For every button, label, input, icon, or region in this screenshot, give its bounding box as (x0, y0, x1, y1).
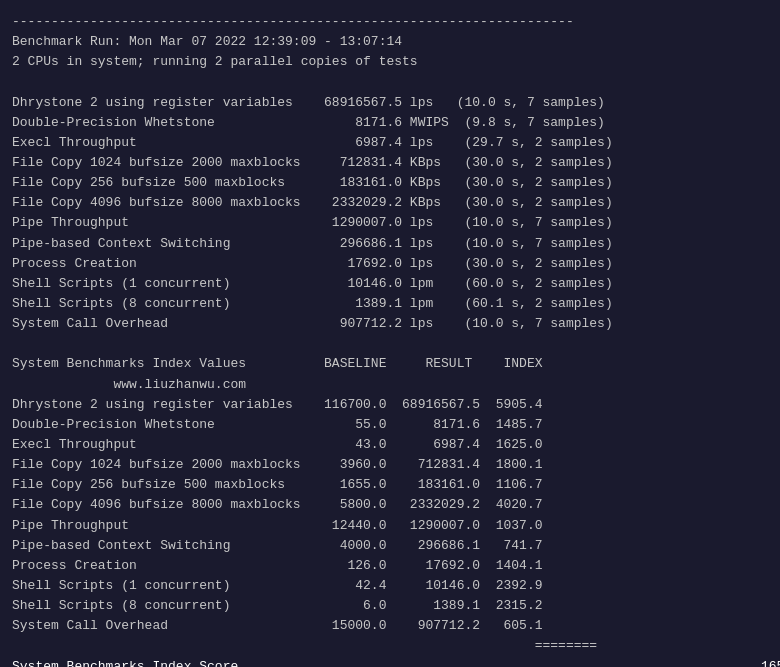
index-row: File Copy 1024 bufsize 2000 maxblocks 39… (12, 455, 768, 475)
index-header-text: System Benchmarks Index Values BASELINE … (12, 356, 543, 371)
benchmark-run-line: Benchmark Run: Mon Mar 07 2022 12:39:09 … (12, 32, 768, 52)
perf-row: Execl Throughput 6987.4 lps (29.7 s, 2 s… (12, 133, 768, 153)
index-row: System Call Overhead 15000.0 907712.2 60… (12, 616, 768, 636)
index-row: Process Creation 126.0 17692.0 1404.1 (12, 556, 768, 576)
index-row: Double-Precision Whetstone 55.0 8171.6 1… (12, 415, 768, 435)
index-row: Pipe Throughput 12440.0 1290007.0 1037.0 (12, 516, 768, 536)
perf-row: Shell Scripts (8 concurrent) 1389.1 lpm … (12, 294, 768, 314)
perf-row: System Call Overhead 907712.2 lps (10.0 … (12, 314, 768, 334)
watermark-line: www.liuzhanwu.com (12, 375, 768, 395)
cpu-info-line: 2 CPUs in system; running 2 parallel cop… (12, 52, 768, 72)
equals-line: ======== (12, 636, 768, 656)
perf-row: File Copy 4096 bufsize 8000 maxblocks 23… (12, 193, 768, 213)
separator-top: ----------------------------------------… (12, 12, 768, 32)
perf-row: Process Creation 17692.0 lps (30.0 s, 2 … (12, 254, 768, 274)
index-row: Shell Scripts (8 concurrent) 6.0 1389.1 … (12, 596, 768, 616)
index-row: Shell Scripts (1 concurrent) 42.4 10146.… (12, 576, 768, 596)
score-line: System Benchmarks Index Score 1652.1 (12, 657, 768, 668)
index-row: File Copy 256 bufsize 500 maxblocks 1655… (12, 475, 768, 495)
index-row: Execl Throughput 43.0 6987.4 1625.0 (12, 435, 768, 455)
perf-row: File Copy 1024 bufsize 2000 maxblocks 71… (12, 153, 768, 173)
perf-row: Double-Precision Whetstone 8171.6 MWIPS … (12, 113, 768, 133)
index-header-line: System Benchmarks Index Values BASELINE … (12, 354, 768, 374)
index-row: Pipe-based Context Switching 4000.0 2966… (12, 536, 768, 556)
terminal-window: ----------------------------------------… (12, 8, 768, 667)
index-rows: Dhrystone 2 using register variables 116… (12, 395, 768, 637)
perf-rows: Dhrystone 2 using register variables 689… (12, 93, 768, 335)
perf-row: Shell Scripts (1 concurrent) 10146.0 lpm… (12, 274, 768, 294)
perf-row: Dhrystone 2 using register variables 689… (12, 93, 768, 113)
perf-row: Pipe-based Context Switching 296686.1 lp… (12, 234, 768, 254)
blank-1 (12, 72, 768, 92)
perf-row: Pipe Throughput 1290007.0 lps (10.0 s, 7… (12, 213, 768, 233)
perf-row: File Copy 256 bufsize 500 maxblocks 1831… (12, 173, 768, 193)
index-row: Dhrystone 2 using register variables 116… (12, 395, 768, 415)
index-row: File Copy 4096 bufsize 8000 maxblocks 58… (12, 495, 768, 515)
blank-2 (12, 334, 768, 354)
